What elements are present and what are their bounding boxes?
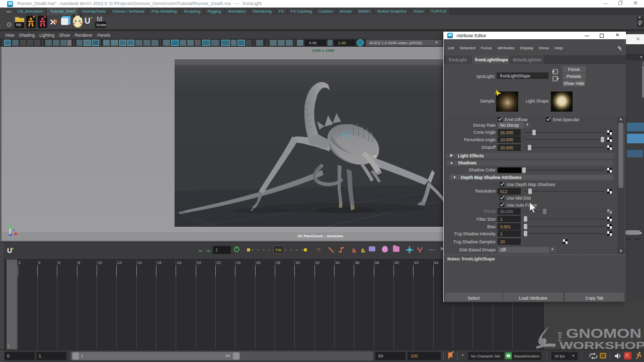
svg-text:z: z: [13, 228, 15, 232]
